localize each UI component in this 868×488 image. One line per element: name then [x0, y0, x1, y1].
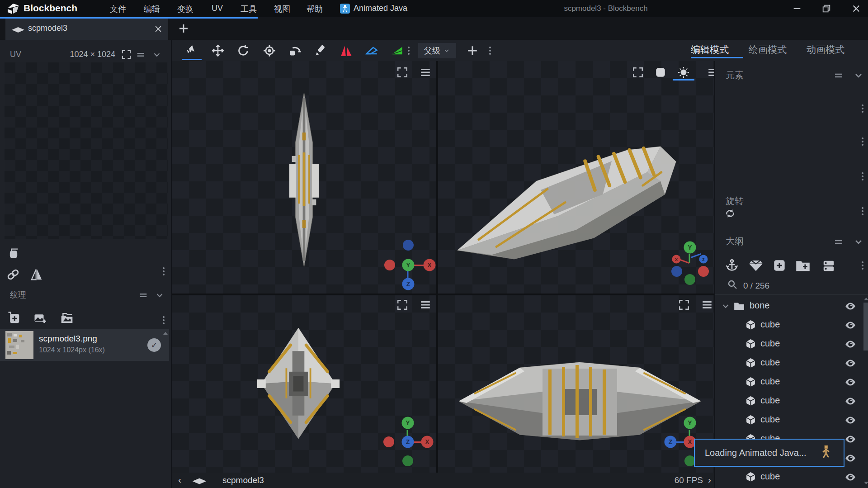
gem-icon[interactable]	[749, 259, 763, 272]
visibility-eye-icon[interactable]	[844, 433, 856, 445]
visibility-eye-icon[interactable]	[844, 395, 856, 407]
loading-toast[interactable]: Loading Animated Java...	[694, 439, 844, 467]
outliner-more-icon[interactable]	[861, 260, 864, 271]
move-tool-icon[interactable]	[212, 44, 224, 57]
add-cube-icon[interactable]	[773, 259, 786, 272]
tree-row-cube[interactable]: cube	[715, 354, 863, 373]
viewport-menu-icon[interactable]	[420, 299, 431, 311]
menu-transform[interactable]: 变换	[177, 4, 193, 14]
menu-file[interactable]: 文件	[110, 4, 126, 14]
close-tab-icon[interactable]	[154, 24, 163, 33]
texture-scroll-up-icon[interactable]	[163, 331, 168, 336]
visibility-eye-icon[interactable]	[844, 452, 856, 464]
gizmo-ball-x-small[interactable]: x	[672, 255, 681, 264]
scroll-down-icon[interactable]	[863, 481, 868, 485]
gizmo-ball-z[interactable]: Z	[665, 436, 677, 448]
uv-more-icon[interactable]	[162, 266, 165, 277]
textures-collapse-icon[interactable]	[155, 290, 165, 300]
toggle-list-icon[interactable]	[822, 259, 835, 273]
add-element-icon[interactable]	[467, 45, 478, 57]
textures-slider-icon[interactable]	[138, 290, 148, 300]
tab-scpmodel3[interactable]: scpmodel3	[5, 19, 168, 40]
visibility-eye-icon[interactable]	[844, 338, 856, 350]
visibility-eye-icon[interactable]	[844, 319, 856, 331]
menu-view[interactable]: 视图	[274, 4, 290, 14]
gizmo-ball-neg-x[interactable]	[383, 436, 394, 447]
toolbar-more-icon[interactable]	[407, 45, 410, 56]
add-group-icon[interactable]	[796, 259, 810, 272]
texture-item-scpmodel3[interactable]: scpmodel3.png 1024 x 1024px (16x) ✓	[0, 329, 169, 361]
gizmo-ball-neg-z[interactable]	[671, 266, 682, 277]
viewport-side[interactable]: Y Z X	[438, 295, 714, 473]
gizmo-ball-z-small[interactable]: z	[699, 255, 708, 264]
gizmo-ball-y[interactable]: Y	[402, 259, 415, 271]
menu-animated-java[interactable]: Animated Java	[354, 4, 407, 13]
visibility-eye-icon[interactable]	[844, 300, 856, 312]
scroll-up-icon[interactable]	[863, 297, 868, 301]
restore-button[interactable]	[817, 0, 835, 17]
menu-tools[interactable]: 工具	[241, 4, 257, 14]
viewport-fullscreen-icon[interactable]	[396, 299, 408, 311]
element-slider-icon[interactable]	[833, 70, 844, 81]
element-more3-icon[interactable]	[861, 171, 864, 182]
shading-sun-icon[interactable]	[678, 66, 689, 78]
viewport-menu-icon[interactable]	[420, 66, 431, 78]
tree-row-cube[interactable]: cube	[715, 468, 863, 487]
parent-dropdown[interactable]: 父级	[418, 43, 456, 58]
next-model-icon[interactable]: ›	[708, 474, 711, 485]
flip-tool-icon[interactable]	[288, 44, 301, 57]
visibility-eye-icon[interactable]	[844, 376, 856, 388]
rotate-tool-icon[interactable]	[237, 44, 250, 57]
outliner-collapse-icon[interactable]	[853, 237, 864, 247]
scrollbar-thumb[interactable]	[863, 303, 868, 351]
gizmo-ball-neg-y[interactable]	[402, 455, 413, 466]
import-folder-icon[interactable]	[60, 311, 74, 325]
vertex-snap-tool-icon[interactable]	[340, 44, 353, 57]
gizmo-ball-y[interactable]: Y	[402, 417, 414, 429]
import-texture-icon[interactable]	[33, 312, 47, 325]
textures-more-icon[interactable]	[162, 315, 165, 326]
element-more2-icon[interactable]	[861, 136, 864, 147]
viewport-menu-icon[interactable]	[701, 299, 713, 311]
toolbar-more2-icon[interactable]	[488, 45, 492, 56]
tree-row-cube[interactable]: cube	[715, 335, 863, 354]
outliner-slider-icon[interactable]	[833, 237, 844, 247]
mesh-tool-icon[interactable]	[365, 44, 378, 57]
viewport-perspective[interactable]: Y x z	[438, 61, 714, 294]
visibility-eye-icon[interactable]	[844, 471, 856, 483]
gizmo-ball-neg-x[interactable]	[384, 260, 395, 270]
gizmo-ball-neg-z[interactable]	[403, 240, 414, 251]
close-window-button[interactable]	[847, 0, 865, 17]
tree-row-cube[interactable]: cube	[715, 392, 863, 411]
element-more-icon[interactable]	[861, 103, 864, 114]
element-collapse-icon[interactable]	[853, 70, 864, 81]
tree-row-bone[interactable]: bone	[715, 297, 863, 316]
new-tab-button[interactable]	[178, 23, 189, 34]
uv-canvas[interactable]	[5, 62, 168, 239]
gizmo-ball-neg-x[interactable]	[698, 266, 709, 277]
gizmo-ball-y[interactable]: Y	[684, 417, 696, 429]
visibility-eye-icon[interactable]	[844, 357, 856, 369]
brush-tool-icon[interactable]	[314, 44, 327, 57]
gizmo-ball-z[interactable]: Z	[402, 278, 415, 290]
link-uv-icon[interactable]	[6, 268, 20, 281]
inflate-tool-icon[interactable]	[391, 44, 403, 57]
material-preview-icon[interactable]	[655, 66, 666, 78]
copy-uv-icon[interactable]	[7, 247, 20, 260]
uv-collapse-icon[interactable]	[152, 50, 162, 60]
viewport-menu-icon[interactable]	[707, 66, 714, 78]
rotation-more-icon[interactable]	[861, 206, 864, 217]
viewport-front[interactable]: Y Z X	[172, 295, 436, 473]
mirror-uv-icon[interactable]	[30, 268, 43, 281]
minimize-button[interactable]	[788, 0, 806, 17]
viewport-top[interactable]: Y X Z	[172, 61, 436, 294]
anchor-icon[interactable]	[725, 258, 739, 272]
tree-row-cube[interactable]: cube	[715, 411, 863, 430]
gizmo-ball-x[interactable]: X	[421, 436, 434, 448]
uv-slider-icon[interactable]	[136, 50, 146, 60]
tab-edit-mode[interactable]: 编辑模式	[691, 43, 729, 56]
gizmo-ball-neg-y[interactable]	[684, 274, 695, 285]
menu-edit[interactable]: 编辑	[144, 4, 160, 14]
search-icon[interactable]	[727, 279, 738, 290]
viewport-fullscreen-icon[interactable]	[396, 66, 408, 78]
